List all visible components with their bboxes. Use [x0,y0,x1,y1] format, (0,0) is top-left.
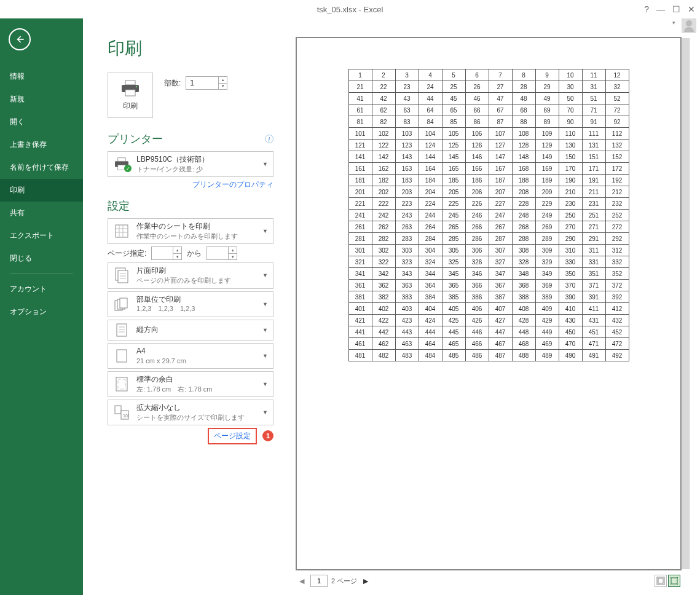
preview-cell: 125 [442,140,465,151]
preview-cell: 52 [605,93,629,104]
preview-cell: 392 [605,291,629,303]
preview-cell: 102 [372,128,395,140]
sidebar-item[interactable]: 開く [0,111,83,133]
sidebar-item[interactable]: 上書き保存 [0,133,83,156]
minimize-button[interactable]: — [656,4,665,14]
preview-cell: 466 [465,338,489,350]
preview-cell: 490 [559,350,582,361]
page-to-down[interactable]: ▼ [228,254,237,260]
preview-cell: 181 [348,175,372,186]
printer-selector[interactable]: LBP9510C（技術部） トナー/インク残量: 少 ▼ [108,151,273,177]
preview-cell: 225 [442,198,465,210]
zoom-to-page-button[interactable] [668,575,680,587]
show-margins-button[interactable] [655,575,667,587]
sidebar-item[interactable]: 印刷 [0,179,83,202]
copies-label: 部数: [164,78,181,89]
page-from-up[interactable]: ▲ [173,247,181,254]
next-page-button[interactable]: ▶ [361,577,371,585]
close-button[interactable]: ✕ [688,4,695,14]
preview-cell: 6 [465,69,489,81]
preview-cell: 485 [442,350,465,361]
page-from-down[interactable]: ▼ [173,254,181,260]
margins-selector[interactable]: 標準の余白 左: 1.78 cm 右: 1.78 cm ▼ [108,371,273,397]
page-to-up[interactable]: ▲ [228,247,237,254]
preview-cell: 103 [395,128,419,140]
sides-selector[interactable]: 片面印刷 ページの片面のみを印刷します ▼ [108,262,273,288]
preview-cell: 22 [372,81,395,93]
preview-cell: 46 [465,93,489,104]
preview-cell: 206 [465,186,489,198]
collate-selector[interactable]: 部単位で印刷 1,2,3 1,2,3 1,2,3 ▼ [108,291,273,317]
ribbon-options-icon[interactable]: ▾ [672,20,675,26]
preview-scrollbar[interactable] [682,38,690,569]
svg-rect-22 [671,578,677,584]
current-page-input[interactable] [310,575,328,587]
preview-cell: 387 [489,291,512,303]
chevron-down-icon: ▼ [262,272,268,278]
preview-cell: 329 [535,256,559,268]
back-arrow-icon [14,33,26,45]
orientation-selector[interactable]: 縦方向 ▼ [108,320,273,341]
page-setup-link[interactable]: ページ設定 [208,428,257,444]
back-button[interactable] [9,28,31,50]
preview-cell: 44 [419,93,442,104]
sidebar-item[interactable]: 新規 [0,88,83,111]
preview-cell: 381 [348,291,372,303]
sheets-icon [113,224,130,238]
sidebar-item[interactable]: エクスポート [0,224,83,247]
preview-cell: 423 [395,315,419,326]
copies-up-button[interactable]: ▲ [218,77,227,84]
preview-cell: 61 [348,104,372,116]
preview-cell: 324 [419,256,442,268]
sidebar-item[interactable]: 名前を付けて保存 [0,156,83,179]
preview-cell: 146 [465,151,489,163]
preview-cell: 367 [489,280,512,291]
svg-rect-17 [115,406,121,414]
sidebar-item[interactable]: アカウント [0,278,83,301]
preview-cell: 28 [512,81,535,93]
scale-selector[interactable]: 100 拡大縮小なし シートを実際のサイズで印刷します ▼ [108,400,273,425]
paper-selector[interactable]: A4 21 cm x 29.7 cm ▼ [108,343,273,369]
sidebar-item[interactable]: 閉じる [0,247,83,270]
preview-cell: 72 [605,104,629,116]
preview-cell: 431 [582,315,605,326]
portrait-icon [113,323,130,337]
preview-cell: 288 [512,233,535,245]
preview-cell: 124 [419,140,442,151]
help-icon[interactable]: ? [644,4,649,14]
print-what-selector[interactable]: 作業中のシートを印刷 作業中のシートのみを印刷します ▼ [108,218,273,244]
info-icon[interactable]: i [265,135,273,143]
preview-cell: 366 [465,280,489,291]
printer-properties-link[interactable]: プリンターのプロパティ [108,179,273,190]
sidebar-item[interactable]: オプション [0,301,83,323]
preview-cell: 432 [605,315,629,326]
maximize-button[interactable]: ☐ [672,4,680,14]
preview-cell: 272 [605,221,629,233]
preview-cell: 251 [582,210,605,221]
preview-cell: 110 [559,128,582,140]
preview-cell: 249 [535,210,559,221]
preview-cell: 245 [442,210,465,221]
preview-cell: 412 [605,303,629,315]
preview-cell: 47 [489,93,512,104]
preview-cell: 123 [395,140,419,151]
preview-cell: 449 [535,326,559,338]
preview-cell: 372 [605,280,629,291]
sidebar-item[interactable]: 情報 [0,65,83,88]
preview-cell: 31 [582,81,605,93]
preview-cell: 310 [559,245,582,256]
preview-cell: 262 [372,221,395,233]
preview-cell: 127 [489,140,512,151]
preview-cell: 7 [489,69,512,81]
user-avatar[interactable] [682,18,696,35]
print-button[interactable]: 印刷 [108,73,153,118]
copies-down-button[interactable]: ▼ [218,84,227,90]
prev-page-button[interactable]: ◀ [297,577,307,585]
preview-cell: 403 [395,303,419,315]
sidebar-item[interactable]: 共有 [0,202,83,224]
preview-cell: 263 [395,221,419,233]
preview-cell: 11 [582,69,605,81]
preview-cell: 305 [442,245,465,256]
preview-cell: 491 [582,350,605,361]
preview-cell: 86 [465,116,489,128]
